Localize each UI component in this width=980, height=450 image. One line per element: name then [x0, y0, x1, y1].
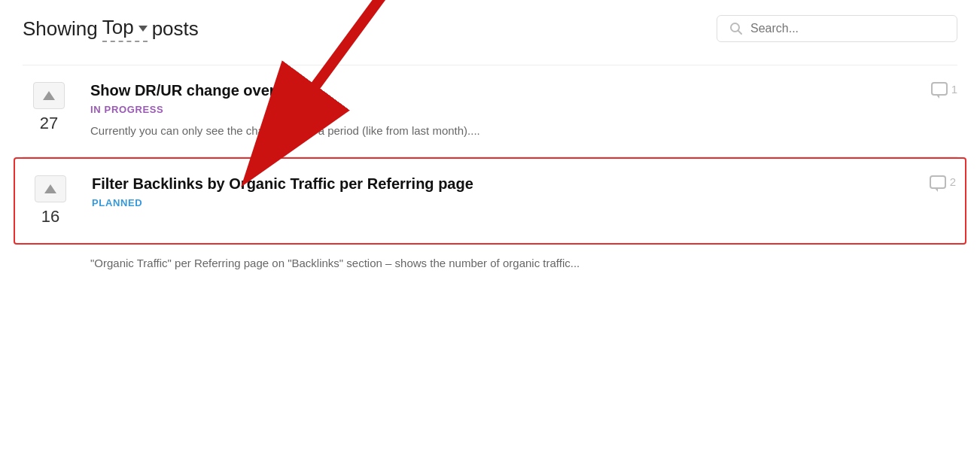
post-description: Currently you can only see the change wi…	[90, 123, 916, 140]
comment-section: 2	[930, 175, 956, 189]
post-status-badge: IN PROGRESS	[90, 104, 916, 115]
vote-count: 27	[40, 114, 58, 133]
post-description: "Organic Traffic" per Referring page on …	[90, 255, 957, 272]
posts-list: 27 Show DR/UR change over time IN PROGRE…	[23, 65, 957, 282]
vote-section: 16	[24, 175, 77, 227]
top-dropdown[interactable]: Top	[102, 16, 148, 42]
showing-label: Showing	[23, 17, 98, 41]
comment-count: 2	[950, 175, 956, 188]
post-title[interactable]: Filter Backlinks by Organic Traffic per …	[92, 175, 915, 193]
top-dropdown-text: Top	[102, 16, 134, 39]
vote-count: 16	[41, 207, 59, 227]
search-input[interactable]	[750, 22, 945, 35]
chevron-down-icon	[138, 26, 148, 32]
post-description-2-container: "Organic Traffic" per Referring page on …	[23, 245, 957, 283]
posts-container: 27 Show DR/UR change over time IN PROGRE…	[23, 65, 957, 282]
comment-count: 1	[951, 83, 957, 96]
upvote-button[interactable]	[33, 82, 65, 109]
comment-section: 1	[931, 82, 957, 96]
comment-bubble-icon	[931, 82, 948, 96]
post-item: 27 Show DR/UR change over time IN PROGRE…	[23, 65, 957, 157]
post-content: Filter Backlinks by Organic Traffic per …	[92, 175, 915, 216]
post-item-highlighted: 16 Filter Backlinks by Organic Traffic p…	[14, 157, 966, 245]
post-title[interactable]: Show DR/UR change over time	[90, 82, 916, 99]
svg-line-1	[738, 31, 742, 35]
upvote-button[interactable]	[35, 175, 66, 202]
comment-bubble-icon	[930, 175, 946, 189]
vote-section: 27	[23, 82, 75, 133]
upvote-icon	[43, 91, 55, 100]
post-status-badge: PLANNED	[92, 197, 915, 208]
search-box	[717, 15, 957, 42]
posts-label: posts	[152, 17, 199, 41]
page-header: Showing Top posts	[23, 15, 957, 42]
upvote-icon	[44, 184, 56, 193]
filter-bar: Showing Top posts	[23, 16, 199, 42]
search-icon	[729, 22, 743, 35]
post-content: Show DR/UR change over time IN PROGRESS …	[90, 82, 916, 140]
